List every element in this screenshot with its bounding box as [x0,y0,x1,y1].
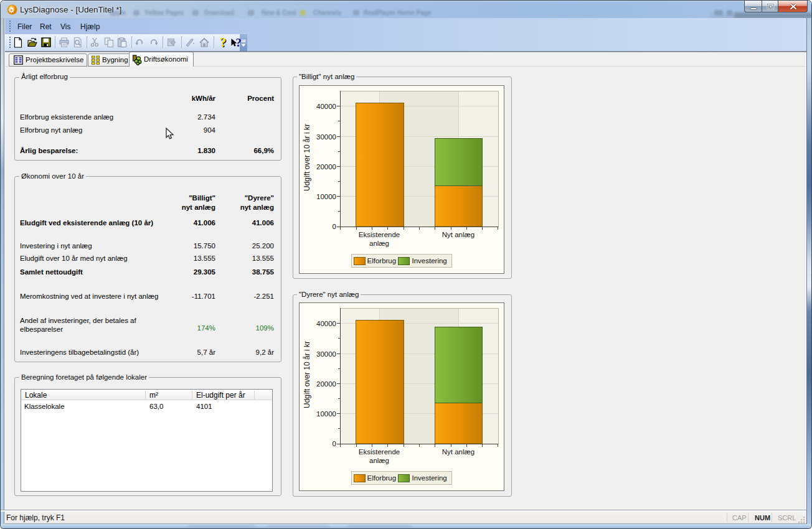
svg-text:anlæg: anlæg [369,240,389,247]
svg-text:0: 0 [333,223,336,230]
svg-text:Investering: Investering [412,257,447,264]
svg-text:Investering: Investering [412,474,447,482]
svg-text:anlæg: anlæg [369,457,389,464]
svg-text:Nyt anlæg: Nyt anlæg [442,231,474,238]
svg-text:?: ? [235,37,242,48]
svg-text:20000: 20000 [316,163,336,171]
svg-text:Elforbrug: Elforbrug [367,257,397,264]
svg-text:Eksisterende: Eksisterende [359,231,400,238]
svg-text:30000: 30000 [316,133,336,141]
svg-text:Udgift over 10 år i kr: Udgift over 10 år i kr [303,124,311,191]
svg-text:?: ? [220,37,226,48]
svg-text:30000: 30000 [316,350,336,358]
svg-text:Eksisterende: Eksisterende [359,448,400,456]
svg-text:40000: 40000 [316,320,336,327]
svg-text:40000: 40000 [316,103,336,110]
svg-text:10000: 10000 [316,193,336,200]
svg-text:Udgift over 10 år i kr: Udgift over 10 år i kr [303,341,311,408]
svg-text:10000: 10000 [316,410,336,418]
svg-text:0: 0 [333,440,336,447]
svg-text:20000: 20000 [316,380,336,388]
svg-text:Nyt anlæg: Nyt anlæg [442,448,474,456]
svg-text:Elforbrug: Elforbrug [367,474,397,482]
